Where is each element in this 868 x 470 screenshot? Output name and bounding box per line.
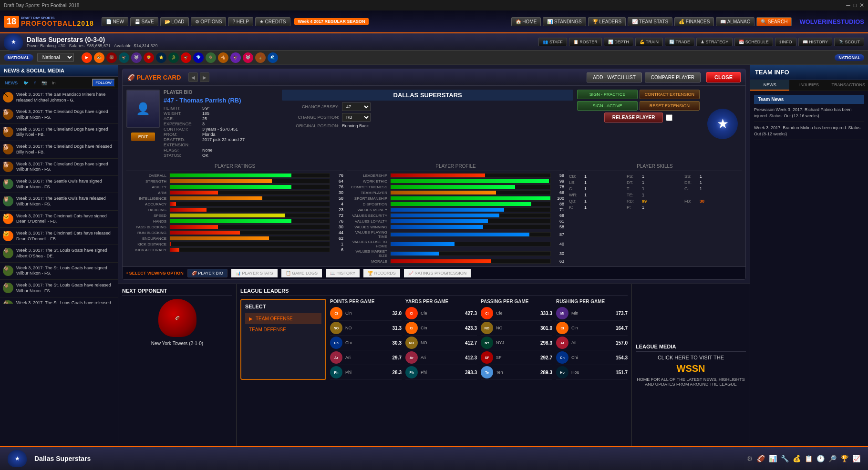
info-btn[interactable]: ℹ INFO	[775, 38, 796, 46]
player-next-btn[interactable]: ▶	[200, 72, 209, 82]
home-btn[interactable]: 🏠 HOME	[511, 17, 541, 26]
news-item-0[interactable]: ⛏ Week 3, 2017: The San Francisco Miners…	[0, 89, 118, 106]
news-tab-twitter[interactable]: 🐦	[21, 80, 31, 86]
news-item-5[interactable]: 🦉 Week 3, 2017: The Seattle Owls have si…	[0, 176, 118, 193]
leaders-team-row[interactable]: Ar Ari 412.3	[405, 350, 477, 365]
leaders-team-row[interactable]: Ci Cin 423.3	[405, 321, 477, 336]
team-icon-8[interactable]: 🐊	[168, 52, 179, 63]
release-checkbox[interactable]	[666, 114, 672, 121]
sign-practice-btn[interactable]: SIGN - PRACTICE	[577, 90, 637, 99]
leaders-btn[interactable]: 🏆 LEADERS	[588, 17, 626, 26]
team-icon-1[interactable]: ▶	[82, 52, 92, 63]
edit-player-btn[interactable]: EDIT	[131, 133, 155, 141]
history-tab[interactable]: 📖 HISTORY	[326, 269, 360, 277]
credits-btn[interactable]: ★ CREDITS	[255, 17, 290, 26]
depth-btn[interactable]: 📊 DEPTH	[604, 38, 633, 46]
leaders-team-row[interactable]: NY NYJ 298.3	[481, 336, 552, 350]
bottom-icon-7[interactable]: 🔎	[828, 455, 837, 462]
strategy-btn[interactable]: ♟ STRATEGY	[696, 38, 733, 46]
team-icon-14[interactable]: 🐺	[243, 52, 253, 63]
news-tab-linkedin[interactable]: in	[51, 80, 58, 86]
team-stats-btn[interactable]: 📈 TEAM STATS	[628, 17, 672, 26]
team-icon-3[interactable]: 🐻	[106, 52, 117, 63]
leaders-team-row[interactable]: Ci Cin 32.0	[330, 306, 402, 321]
maximize-btn[interactable]: □	[853, 2, 857, 9]
player-stats-tab[interactable]: 📊 PLAYER STATS	[231, 269, 278, 277]
save-btn[interactable]: 💾 SAVE	[130, 17, 158, 26]
leaders-team-row[interactable]: Ph Phi 28.3	[330, 365, 402, 380]
injuries-tab[interactable]: INJURIES	[789, 80, 828, 91]
load-btn[interactable]: 📂 LOAD	[160, 17, 189, 26]
bottom-icon-3[interactable]: 🔧	[781, 455, 789, 462]
follow-btn[interactable]: FOLLOW	[92, 79, 115, 87]
leaders-team-row[interactable]: Cl Cle 333.3	[481, 306, 552, 321]
almanac-btn[interactable]: 📖 ALMANAC	[716, 17, 754, 26]
roster-btn[interactable]: 📋 ROSTER	[569, 38, 602, 46]
news-item-7[interactable]: 🐱 Week 3, 2017: The Cincinnati Cats have…	[0, 211, 118, 228]
news-item-3[interactable]: 🐕 Week 3, 2017: The Cleveland Dogs have …	[0, 141, 118, 158]
close-player-card-btn[interactable]: CLOSE	[706, 72, 741, 82]
release-player-btn[interactable]: RELEASE PLAYER	[604, 112, 663, 123]
position-select[interactable]: RB	[342, 113, 371, 122]
reset-ext-btn[interactable]: RESET EXTENSION	[640, 101, 700, 111]
leaders-team-row[interactable]: NO NO 412.7	[405, 336, 477, 350]
news-tab-facebook[interactable]: f	[32, 80, 38, 86]
news-item-1[interactable]: 🐕 Week 3, 2017: The Cleveland Dogs have …	[0, 106, 118, 123]
team-icon-12[interactable]: 🐴	[218, 52, 228, 63]
standings-btn[interactable]: 📊 STANDINGS	[543, 17, 586, 26]
team-icon-10[interactable]: 💎	[193, 52, 204, 63]
bottom-icon-1[interactable]: 🏈	[757, 455, 765, 462]
player-prev-btn[interactable]: ◀	[188, 72, 198, 82]
team-icon-5[interactable]: 🐺	[131, 52, 142, 63]
news-item-2[interactable]: 🐕 Week 3, 2017: The Cleveland Dogs have …	[0, 124, 118, 141]
news-tab-news[interactable]: NEWS	[3, 80, 20, 86]
leaders-team-row[interactable]: Ch Chi 30.3	[330, 336, 402, 350]
contract-ext-btn[interactable]: CONTRACT EXTENSION	[640, 90, 700, 99]
options-btn[interactable]: ⚙ OPTIONS	[191, 17, 227, 26]
new-btn[interactable]: 📄 NEW	[102, 17, 128, 26]
trade-btn[interactable]: 🔄 TRADE	[665, 38, 694, 46]
leaders-team-row[interactable]: At Atl 157.0	[556, 336, 628, 350]
team-icon-16[interactable]: 🌊	[268, 52, 278, 63]
bottom-icon-0[interactable]: ⚙	[747, 455, 753, 462]
wssn-logo[interactable]: WSSN	[677, 363, 705, 374]
news-item-4[interactable]: 🐕 Week 3, 2017: The Cleveland Dogs have …	[0, 159, 118, 176]
add-watch-btn[interactable]: ADD - WATCH LIST	[587, 72, 641, 82]
news-tab-right[interactable]: NEWS	[750, 80, 789, 91]
team-icon-11[interactable]: 🐐	[206, 52, 216, 63]
records-tab[interactable]: 🏆 RECORDS	[363, 269, 400, 277]
leaders-team-row[interactable]: Ph Phi 393.3	[405, 365, 477, 380]
news-item-6[interactable]: 🦉 Week 3, 2017: The Seattle Owls have re…	[0, 193, 118, 210]
finances-btn[interactable]: 💰 FINANCES	[674, 17, 714, 26]
leaders-team-row[interactable]: Ch Chi 154.3	[556, 350, 628, 365]
team-icon-4[interactable]: 🦅	[119, 52, 129, 63]
news-item-8[interactable]: 🐱 Week 3, 2017: The Cincinnati Cats have…	[0, 228, 118, 245]
jersey-select[interactable]: 47	[342, 102, 371, 111]
team-defense-option[interactable]: TEAM DEFENSE	[245, 324, 321, 335]
search-btn[interactable]: 🔍 SEARCH	[756, 17, 792, 26]
leaders-team-row[interactable]: Mi Min 173.7	[556, 306, 628, 321]
leaders-team-row[interactable]: Te Ten 289.3	[481, 365, 552, 380]
help-btn[interactable]: ? HELP	[228, 17, 253, 26]
news-item-12[interactable]: 🐐 Week 3, 2017: The St. Louis Goats have…	[0, 297, 118, 304]
leaders-team-row[interactable]: Ar Ari 29.7	[330, 350, 402, 365]
leaders-team-row[interactable]: Ci Cin 164.7	[556, 321, 628, 336]
minimize-btn[interactable]: ─	[846, 2, 850, 9]
bottom-icon-6[interactable]: 🕐	[816, 455, 825, 462]
team-icon-9[interactable]: 🦅	[181, 52, 191, 63]
leaders-team-row[interactable]: Ho Hou 151.7	[556, 365, 628, 380]
team-icon-6[interactable]: 🦁	[144, 52, 154, 63]
player-bio-tab[interactable]: 🏈 PLAYER BIO	[187, 269, 227, 277]
leaders-team-row[interactable]: Cl Cle 427.3	[405, 306, 477, 321]
train-btn[interactable]: 💪 TRAIN	[635, 38, 663, 46]
bottom-icon-4[interactable]: 💰	[793, 455, 801, 462]
news-item-9[interactable]: 🐐 Week 3, 2017: The St. Louis Goats have…	[0, 245, 118, 262]
team-offense-option[interactable]: ▶ TEAM OFFENSE	[245, 313, 321, 324]
news-tab-instagram[interactable]: 📷	[40, 80, 49, 86]
close-window-btn[interactable]: ✕	[859, 2, 864, 9]
leaders-team-row[interactable]: SF SF 292.7	[481, 350, 552, 365]
team-icon-2[interactable]: 🐯	[94, 52, 104, 63]
team-icon-7[interactable]: ⭐	[156, 52, 166, 63]
bottom-icon-5[interactable]: 📋	[805, 455, 813, 462]
bottom-icon-8[interactable]: 🏆	[840, 455, 848, 462]
